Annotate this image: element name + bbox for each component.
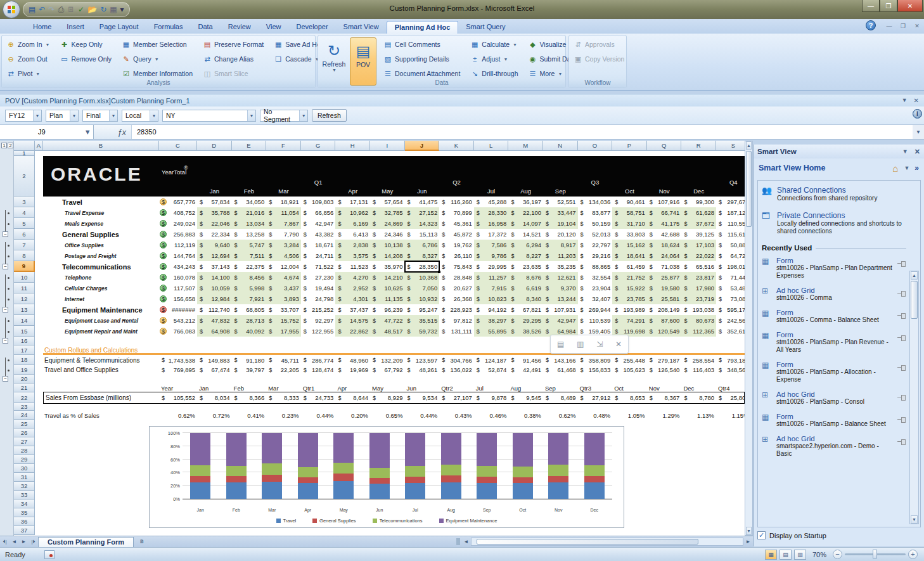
- grid-cell[interactable]: $134,036: [578, 197, 613, 207]
- grid-cell[interactable]: $595,176: [716, 304, 745, 315]
- row-header-14[interactable]: 14: [14, 315, 35, 326]
- grid-cell[interactable]: $71,522: [301, 261, 336, 272]
- row-header-18[interactable]: 18: [14, 355, 35, 365]
- row-header-21[interactable]: 21: [14, 384, 35, 392]
- row-header-15[interactable]: 15: [14, 326, 35, 337]
- grid-cell[interactable]: $67,821: [508, 304, 543, 315]
- pov-dropdown-local[interactable]: Local▼: [122, 110, 158, 122]
- recent-item-name[interactable]: stm10026 - Comma: [776, 294, 892, 302]
- name-box[interactable]: J9 ▼: [0, 125, 94, 139]
- grid-cell[interactable]: $10,962: [335, 207, 370, 218]
- grid-cell[interactable]: 0.62%: [543, 411, 578, 420]
- grid-cell[interactable]: $59,732: [405, 326, 440, 337]
- row-header-26[interactable]: 26: [14, 429, 35, 437]
- grid-cell[interactable]: $4,301: [335, 293, 370, 304]
- change-alias-button[interactable]: ⇄Change Alias: [201, 52, 266, 66]
- grid-cell[interactable]: $90,461: [612, 197, 647, 207]
- outline-collapse-button[interactable]: −: [3, 307, 8, 313]
- recent-item-type[interactable]: Ad hoc Grid: [776, 435, 892, 442]
- name-box-dropdown-icon[interactable]: ▼: [46, 128, 91, 136]
- grid-cell[interactable]: $91,456: [508, 355, 543, 365]
- grid-cell[interactable]: $37,672: [681, 218, 716, 229]
- sheet-tab-custom-planning-form[interactable]: Custom Planning Form: [38, 537, 134, 547]
- pin-icon[interactable]: [897, 290, 906, 297]
- row-header-8[interactable]: 8: [14, 250, 35, 261]
- column-header-E[interactable]: E: [232, 141, 267, 151]
- grid-cell[interactable]: $7,921: [232, 293, 267, 304]
- row-header-3[interactable]: 3: [14, 197, 35, 207]
- grid-cell[interactable]: $48,261: [405, 365, 440, 375]
- column-header-F[interactable]: F: [266, 141, 301, 151]
- grid-cell[interactable]: $28,330: [474, 207, 509, 218]
- grid-cell[interactable]: $22,797: [578, 240, 613, 250]
- column-header-G[interactable]: G: [301, 141, 336, 151]
- recent-item[interactable]: ▦Formstm10026 - PlanSamp - Balance Sheet: [762, 413, 906, 428]
- dropdown-arrow-icon[interactable]: ▼: [299, 110, 307, 121]
- grid-cell[interactable]: $24,733: [301, 392, 336, 403]
- column-header-J[interactable]: J: [405, 141, 440, 151]
- paste-icon[interactable]: ▥: [577, 340, 584, 349]
- grid-cell[interactable]: $35,235: [543, 261, 578, 272]
- tab-smart-query[interactable]: Smart Query: [458, 21, 513, 34]
- row-label-7[interactable]: Office Supplies: [43, 240, 159, 250]
- grid-cell[interactable]: $8,676: [508, 272, 543, 283]
- grid-cell[interactable]: $2,952: [335, 283, 370, 293]
- grid-cell[interactable]: $249,024: [159, 218, 197, 229]
- grid-cell[interactable]: 0.20%: [335, 411, 370, 420]
- grid-cell[interactable]: $117,507: [159, 283, 197, 293]
- row-header-27[interactable]: 27: [14, 437, 35, 446]
- grid-cell[interactable]: $75,843: [439, 261, 474, 272]
- hscroll-right-icon[interactable]: ►: [743, 536, 753, 547]
- grid-cell[interactable]: $131,111: [439, 326, 474, 337]
- grid-cell[interactable]: $208,149: [647, 304, 682, 315]
- outline-collapse-button[interactable]: −: [3, 376, 8, 382]
- grid-cell[interactable]: $115,616: [716, 229, 745, 240]
- grid-cell[interactable]: $286,774: [301, 355, 336, 365]
- grid-cell[interactable]: 0.46%: [474, 411, 509, 420]
- grid-cell[interactable]: $10,138: [370, 240, 405, 250]
- grid-cell[interactable]: $7,867: [266, 218, 301, 229]
- pivot-button[interactable]: ⇄Pivot▼: [4, 67, 51, 81]
- grid-cell[interactable]: $73,085: [716, 293, 745, 304]
- workbook-restore-icon[interactable]: ❐: [896, 21, 910, 30]
- grid-cell[interactable]: $17,131: [335, 197, 370, 207]
- row-header-11[interactable]: 11: [14, 283, 35, 293]
- grid-cell[interactable]: $18,921: [266, 197, 301, 207]
- grid-cell[interactable]: $21,016: [232, 207, 267, 218]
- tab-developer[interactable]: Developer: [288, 21, 335, 34]
- pov-dropdown-no-segment[interactable]: No Segment▼: [260, 110, 308, 122]
- row-header-20[interactable]: 20: [14, 375, 35, 384]
- tab-review[interactable]: Review: [221, 21, 259, 34]
- row-header-9[interactable]: 9: [14, 261, 35, 272]
- grid-cell[interactable]: $10,625: [370, 283, 405, 293]
- grid-cell[interactable]: $38,526: [508, 326, 543, 337]
- grid-cell[interactable]: $35,515: [405, 315, 440, 326]
- grid-cell[interactable]: $11,523: [335, 261, 370, 272]
- recent-item[interactable]: ▦Formstm10026 - PlanSamp - Allocation - …: [762, 361, 906, 384]
- grid-cell[interactable]: $27,107: [439, 392, 474, 403]
- recent-item-name[interactable]: stm10026 - PlanSamp - Balance Sheet: [776, 420, 892, 428]
- grid-cell[interactable]: $156,833: [578, 365, 613, 375]
- supporting-details-button[interactable]: ▧Supporting Details: [382, 52, 462, 66]
- row-label-14[interactable]: Equipment Lease and Rental: [43, 315, 159, 326]
- grid-cell[interactable]: $543,212: [159, 315, 197, 326]
- grid-cell[interactable]: $5,998: [232, 283, 267, 293]
- grid-cell[interactable]: $8,034: [197, 392, 232, 403]
- expense-mix-chart[interactable]: 0%20%40%60%80%100%JanFebMarAprMayJunJulA…: [149, 426, 624, 528]
- column-header-I[interactable]: I: [370, 141, 405, 151]
- grid-cell[interactable]: $31,710: [612, 218, 647, 229]
- grid-cell[interactable]: $11,257: [474, 272, 509, 283]
- grid-cell[interactable]: $41,175: [647, 218, 682, 229]
- dropdown-arrow-icon[interactable]: ▼: [109, 110, 117, 121]
- row-header-31[interactable]: 31: [14, 473, 35, 482]
- recent-item-type[interactable]: Ad hoc Grid: [776, 287, 892, 294]
- grid-cell[interactable]: $61,628: [681, 207, 716, 218]
- grid-cell[interactable]: $25,581: [647, 293, 682, 304]
- recent-item-name[interactable]: smartspace2.hyperion.com - Demo - Basic: [776, 442, 892, 458]
- grid-cell[interactable]: $9,370: [543, 283, 578, 293]
- grid-cell[interactable]: $57,834: [197, 197, 232, 207]
- dropdown-arrow-icon[interactable]: ▼: [150, 110, 158, 121]
- grid-cell[interactable]: $21,752: [612, 272, 647, 283]
- row-label-3[interactable]: Travel: [43, 197, 159, 207]
- tab-insert[interactable]: Insert: [59, 21, 92, 34]
